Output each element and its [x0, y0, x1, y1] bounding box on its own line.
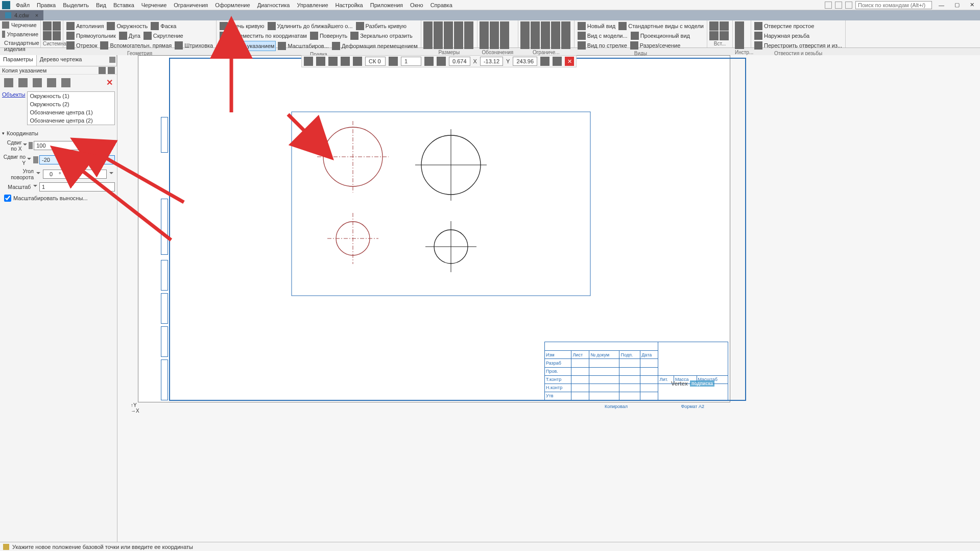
btn-rotate[interactable]: Повернуть	[309, 31, 348, 40]
help-icon[interactable]	[99, 67, 106, 74]
dd-shift-x[interactable]	[23, 142, 28, 149]
dim-icon-8[interactable]	[444, 31, 453, 40]
ct-snap2-icon[interactable]	[328, 57, 338, 66]
btn-ext-thread[interactable]: Наружная резьба	[753, 31, 843, 40]
dim-icon-11[interactable]	[423, 40, 433, 49]
btn-move-coord[interactable]: Переместить по координатам	[219, 31, 308, 40]
ct-refresh-icon[interactable]	[540, 57, 549, 66]
c-13[interactable]	[541, 40, 550, 49]
menu-select[interactable]: Выделить	[59, 2, 92, 8]
input-shift-x[interactable]	[34, 141, 109, 150]
canvas[interactable]: СК 0 1 0.674 X -13.12 Y 243.96 ✕	[117, 55, 980, 542]
btn-circle[interactable]: Окружность	[106, 21, 149, 31]
lock-y-icon[interactable]	[33, 156, 38, 163]
c-10[interactable]	[561, 31, 570, 40]
menu-format[interactable]: Оформление	[211, 2, 253, 8]
btn-arrow-view[interactable]: Вид по стрелке	[577, 41, 628, 50]
btn-chamfer[interactable]: Фаска	[150, 21, 177, 31]
mode-icon-4[interactable]	[47, 78, 56, 87]
pin-icon[interactable]	[108, 67, 115, 74]
menu-diagnostics[interactable]: Диагностика	[254, 2, 294, 8]
open-icon[interactable]	[53, 21, 61, 31]
ct-snap-icon[interactable]	[316, 57, 325, 66]
t-1[interactable]	[735, 21, 744, 31]
btn-std-views[interactable]: Стандартные виды с модели	[617, 21, 705, 31]
menu-help[interactable]: Справка	[427, 2, 456, 8]
c-11[interactable]	[520, 40, 530, 49]
list-item[interactable]: Окружность (1)	[28, 92, 114, 100]
an-3[interactable]	[500, 21, 509, 31]
tab-params[interactable]: Параметры	[0, 55, 37, 66]
menu-file[interactable]: Файл	[12, 2, 33, 8]
an-5[interactable]	[490, 31, 499, 40]
menu-view[interactable]: Вид	[92, 2, 110, 8]
menu-manage[interactable]: Управление	[293, 2, 331, 8]
dim-icon-9[interactable]	[454, 31, 463, 40]
new-icon[interactable]	[43, 21, 52, 31]
menu-edit[interactable]: Правка	[33, 2, 59, 8]
dim-icon-13[interactable]	[444, 40, 453, 49]
tab-close[interactable]: ×	[35, 12, 38, 18]
c-4[interactable]	[551, 21, 560, 31]
dd-scale[interactable]	[32, 183, 38, 190]
an-8[interactable]	[490, 40, 499, 49]
window-maximize[interactable]: ▢	[951, 2, 963, 8]
gear-icon[interactable]	[109, 57, 115, 63]
menu-constraints[interactable]: Ограничения	[170, 2, 211, 8]
dd-shift-y[interactable]	[27, 156, 32, 163]
mode-icon-1[interactable]	[4, 78, 13, 87]
c-9[interactable]	[551, 31, 560, 40]
list-item[interactable]: Обозначение центра (1)	[28, 108, 114, 116]
menu-window[interactable]: Окно	[407, 2, 427, 8]
c-7[interactable]	[531, 31, 540, 40]
btn-proj-view[interactable]: Проекционный вид	[630, 31, 691, 40]
save-icon[interactable]	[43, 31, 52, 40]
dim-icon-6[interactable]	[423, 31, 433, 40]
dim-icon-12[interactable]	[434, 40, 443, 49]
objects-list[interactable]: Окружность (1) Окружность (2) Обозначени…	[27, 91, 115, 125]
dd-angle[interactable]	[35, 171, 42, 178]
mode-icon-3[interactable]	[33, 78, 42, 87]
btn-segment[interactable]: Отрезок	[65, 41, 98, 50]
mode-manage[interactable]: Управление	[0, 30, 40, 39]
print-icon[interactable]	[53, 31, 61, 40]
tab-document[interactable]: 4.cdw ×	[0, 10, 43, 20]
c-15[interactable]	[561, 40, 570, 49]
c-1[interactable]	[520, 21, 530, 31]
layout-icon-1[interactable]	[825, 2, 832, 9]
section-coords[interactable]: Координаты	[0, 126, 117, 138]
dim-icon-7[interactable]	[434, 31, 443, 40]
btn-rect[interactable]: Прямоугольник	[65, 31, 117, 40]
zoom-value[interactable]: 0.674	[449, 57, 470, 66]
c-12[interactable]	[531, 40, 540, 49]
c-6[interactable]	[520, 31, 530, 40]
t-3[interactable]	[735, 40, 744, 49]
mode-icon-2[interactable]	[18, 78, 28, 87]
c-2[interactable]	[531, 21, 540, 31]
btn-split[interactable]: Разбить кривую	[355, 21, 408, 31]
layout-icon-3[interactable]	[845, 2, 852, 9]
ct-close-icon[interactable]: ✕	[565, 57, 574, 66]
objects-label[interactable]: Объекты	[2, 91, 27, 98]
btn-deform[interactable]: Деформация перемещением	[331, 41, 419, 51]
ins-2[interactable]	[720, 21, 729, 31]
view-num[interactable]: 1	[401, 57, 421, 66]
btn-trim[interactable]: Усечь кривую	[219, 21, 265, 31]
lock-x-icon[interactable]	[29, 142, 33, 149]
window-close[interactable]: ✕	[966, 2, 978, 8]
window-minimize[interactable]: —	[935, 2, 948, 8]
menu-settings[interactable]: Настройка	[332, 2, 367, 8]
tab-tree[interactable]: Дерево чертежа	[37, 55, 117, 66]
ct-zoom-icon[interactable]	[424, 57, 434, 66]
c-8[interactable]	[541, 31, 550, 40]
an-4[interactable]	[480, 31, 489, 40]
btn-scale[interactable]: Масштабиров...	[277, 41, 329, 51]
command-search[interactable]	[855, 1, 932, 9]
btn-arc[interactable]: Дуга	[118, 31, 141, 40]
dim-icon-15[interactable]	[464, 40, 473, 49]
an-6[interactable]	[500, 31, 509, 40]
ct-grid-icon[interactable]	[353, 57, 362, 66]
dim-icon-5[interactable]	[464, 21, 473, 31]
an-7[interactable]	[480, 40, 489, 49]
ct-zoom2-icon[interactable]	[437, 57, 446, 66]
